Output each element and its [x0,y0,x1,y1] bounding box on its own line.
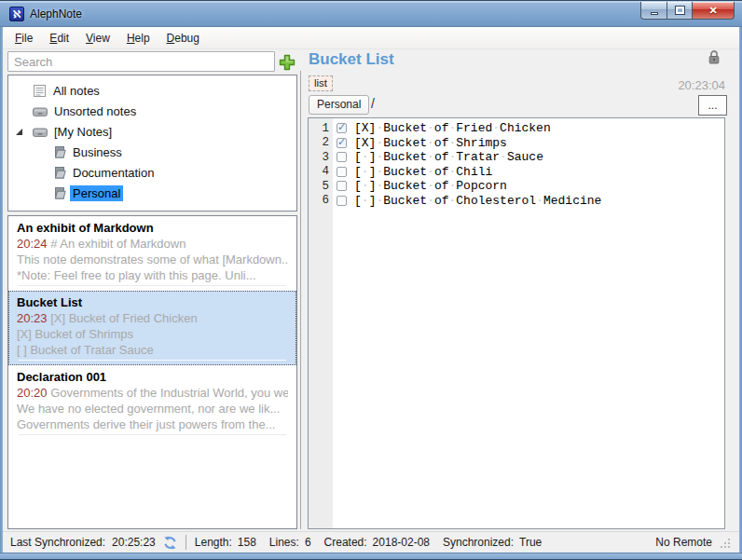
folder-icon [53,145,66,159]
tree-item-all-notes[interactable]: All notes [8,80,296,101]
statusbar-separator [186,535,186,550]
line-number: 2 [309,136,329,149]
menu-bar: FileEditViewHelpDebug [3,27,739,49]
note-item-time: 20:20 [17,386,48,400]
menu-item-file[interactable]: File [7,29,40,48]
sync-arrows-icon[interactable] [163,536,177,550]
editor-line[interactable]: 1[X]·Bucket·of·Fried·Chicken [309,121,724,136]
note-list-item[interactable]: An exhibit of Markdown20:24 # An exhibit… [8,216,296,291]
tree-item-documentation[interactable]: Documentation [8,162,296,183]
editor-lines: 1[X]·Bucket·of·Fried·Chicken2[X]·Bucket·… [309,121,724,208]
note-item-time: 20:24 [17,237,48,251]
note-item-time: 20:23 [17,311,48,325]
note-editor[interactable]: 1[X]·Bucket·of·Fried·Chicken2[X]·Bucket·… [308,117,725,529]
minimize-icon [651,12,658,15]
note-item-preview: Governments derive their just powers fro… [17,417,288,432]
note-item-preview: 20:24 # An exhibit of Markdown [17,236,288,252]
folder-tree[interactable]: All notesUnsorted notes[My Notes]Busines… [7,75,297,212]
folder-icon [53,166,66,180]
tree-item-label: Unsorted notes [51,103,139,119]
note-item-preview: 20:20 Governments of the Industrial Worl… [17,385,288,401]
window-border-bottom [0,553,742,560]
expander-expanded-icon[interactable] [15,128,24,136]
status-bar: Last Synchronized: 20:25:23 Length:158Li… [3,531,739,553]
panel-splitter[interactable] [300,71,301,529]
menu-item-view[interactable]: View [78,29,117,48]
note-title: Bucket List [309,50,394,69]
editor-line-text[interactable]: [·]·Bucket·of·Chili [354,165,492,179]
statusbar-field: Created:2018-02-08 [324,536,430,549]
menu-item-edit[interactable]: Edit [42,29,76,48]
editor-line-text[interactable]: [·]·Bucket·of·Popcorn [354,179,507,193]
tree-item-label: All notes [50,83,103,99]
note-item-title: An exhibit of Markdown [17,220,288,236]
line-number: 5 [309,180,329,193]
line-number: 6 [309,194,329,207]
note-item-divider [19,360,286,361]
editor-line[interactable]: 2[X]·Bucket·of·Shrimps [309,136,724,151]
note-item-divider [19,434,286,435]
editor-line-text[interactable]: [X]·Bucket·of·Shrimps [354,136,507,150]
editor-line-text[interactable]: [·]·Bucket·of·Tratar·Sauce [354,150,543,164]
search-input[interactable] [7,51,275,72]
plus-icon [278,53,296,72]
todo-checkbox[interactable] [337,138,347,148]
editor-line[interactable]: 4[·]·Bucket·of·Chili [309,165,724,180]
minimize-button[interactable] [640,2,667,20]
tree-item-label: Personal [70,185,123,201]
tag-chip[interactable]: list [309,75,333,91]
note-item-preview: 20:23 [X] Bucket of Fried Chicken [17,310,288,326]
window-border-left [0,26,3,560]
tree-item-personal[interactable]: Personal [8,183,296,203]
todo-checkbox[interactable] [337,152,347,162]
alephnote-window: ℵ AlephNote ✕ FileEditViewHelpDebug All … [0,0,742,560]
breadcrumb-folder-chip[interactable]: Personal [309,95,369,115]
editor-line[interactable]: 5[·]·Bucket·of·Popcorn [309,179,724,194]
menu-item-help[interactable]: Help [119,29,158,48]
tree-item--my-notes-[interactable]: [My Notes] [8,121,296,142]
more-options-button[interactable]: ... [698,95,727,116]
statusbar-field: Length:158 [195,536,256,549]
todo-checkbox[interactable] [337,167,347,177]
note-item-divider [19,285,286,286]
resize-grip[interactable] [720,537,732,549]
editor-line[interactable]: 3[·]·Bucket·of·Tratar·Sauce [309,150,724,165]
add-note-button[interactable] [277,52,296,72]
remote-status: No Remote [655,536,712,549]
last-sync-label: Last Synchronized: [10,536,105,549]
padlock-icon[interactable] [708,49,721,69]
note-item-preview: *Note: Feel free to play with this page.… [17,267,288,283]
tree-item-business[interactable]: Business [8,142,296,162]
line-number: 3 [309,151,329,164]
note-modified-time: 20:23:04 [678,78,725,92]
maximize-button[interactable] [666,2,693,20]
notes-list[interactable]: An exhibit of Markdown20:24 # An exhibit… [7,215,297,529]
title-bar[interactable]: ℵ AlephNote ✕ [0,0,742,27]
note-item-preview: [ ] Bucket of Tratar Sauce [17,342,288,358]
close-button[interactable]: ✕ [692,2,735,20]
todo-checkbox[interactable] [337,196,347,206]
notes-icon [33,84,47,98]
note-item-title: Declaration 001 [17,369,288,385]
window-title: AlephNote [30,7,82,20]
note-item-preview: [X] Bucket of Shrimps [17,326,288,342]
drawer-icon [33,105,48,117]
note-list-item[interactable]: Bucket List20:23 [X] Bucket of Fried Chi… [8,291,296,365]
menu-item-debug[interactable]: Debug [159,29,207,48]
tree-item-label: [My Notes] [51,124,115,140]
todo-checkbox[interactable] [337,123,347,133]
note-item-title: Bucket List [17,294,288,310]
tree-item-label: Business [70,144,125,160]
todo-checkbox[interactable] [337,181,347,191]
drawer-icon [33,126,48,138]
tree-item-label: Documentation [70,165,157,181]
note-item-preview: We have no elected government, nor are w… [17,401,288,417]
note-list-item[interactable]: Declaration 00120:20 Governments of the … [8,365,296,440]
editor-line[interactable]: 6[·]·Bucket·of·Cholesterol·Medicine [309,194,724,209]
editor-line-text[interactable]: [X]·Bucket·of·Fried·Chicken [354,121,551,135]
editor-line-text[interactable]: [·]·Bucket·of·Cholesterol·Medicine [354,194,601,208]
app-icon: ℵ [9,7,24,21]
statusbar-field: Lines:6 [269,536,311,549]
tree-item-unsorted-notes[interactable]: Unsorted notes [8,101,296,121]
line-number: 1 [309,122,329,135]
